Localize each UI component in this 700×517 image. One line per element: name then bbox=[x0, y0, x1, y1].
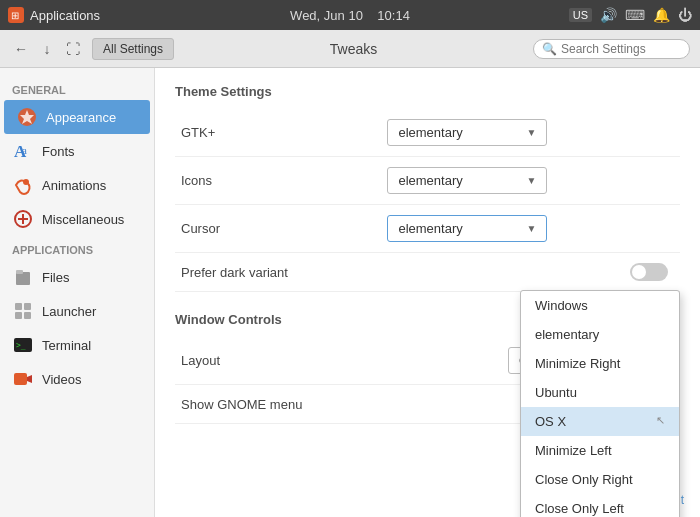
theme-settings-title: Theme Settings bbox=[175, 84, 680, 99]
table-row: Icons elementary ▼ bbox=[175, 157, 680, 205]
gtk-value: elementary bbox=[398, 125, 462, 140]
search-icon: 🔍 bbox=[542, 42, 557, 56]
launcher-icon bbox=[12, 300, 34, 322]
icons-label: Icons bbox=[175, 157, 381, 205]
toolbar-title: Tweaks bbox=[182, 41, 525, 57]
animations-label: Animations bbox=[42, 178, 106, 193]
dropdown-option-minimize-left[interactable]: Minimize Left bbox=[521, 436, 679, 465]
power-icon[interactable]: ⏻ bbox=[678, 7, 692, 23]
cursor-pointer-icon: ↖ bbox=[656, 414, 665, 427]
applications-section-label: Applications bbox=[0, 236, 154, 260]
misc-label: Miscellaneous bbox=[42, 212, 124, 227]
svg-text:>_: >_ bbox=[16, 341, 26, 350]
svg-text:a: a bbox=[22, 144, 27, 156]
terminal-icon: >_ bbox=[12, 334, 34, 356]
topbar-time: 10:14 bbox=[377, 8, 410, 23]
sidebar-item-files[interactable]: Files bbox=[0, 260, 154, 294]
main-layout: General Appearance A a Fonts bbox=[0, 68, 700, 517]
fonts-icon: A a bbox=[12, 140, 34, 162]
toolbar: ← ↓ ⛶ All Settings Tweaks 🔍 bbox=[0, 30, 700, 68]
dropdown-option-elementary[interactable]: elementary bbox=[521, 320, 679, 349]
svg-rect-13 bbox=[24, 303, 31, 310]
svg-rect-12 bbox=[15, 303, 22, 310]
gtk-dropdown[interactable]: elementary ▼ bbox=[387, 119, 547, 146]
dropdown-option-close-only-right[interactable]: Close Only Right bbox=[521, 465, 679, 494]
table-row: GTK+ elementary ▼ bbox=[175, 109, 680, 157]
sidebar-item-launcher[interactable]: Launcher bbox=[0, 294, 154, 328]
animations-icon bbox=[12, 174, 34, 196]
videos-icon bbox=[12, 368, 34, 390]
dropdown-option-minimize-right[interactable]: Minimize Right bbox=[521, 349, 679, 378]
table-row: Cursor elementary ▼ bbox=[175, 205, 680, 253]
prefer-dark-toggle-cell bbox=[381, 253, 680, 292]
search-bar: 🔍 bbox=[533, 39, 690, 59]
svg-rect-14 bbox=[15, 312, 22, 319]
chevron-down-icon: ▼ bbox=[527, 223, 537, 234]
cursor-label: Cursor bbox=[175, 205, 381, 253]
prefer-dark-toggle[interactable] bbox=[630, 263, 668, 281]
dropdown-option-close-only-left[interactable]: Close Only Left bbox=[521, 494, 679, 517]
terminal-label: Terminal bbox=[42, 338, 91, 353]
prefer-dark-label: Prefer dark variant bbox=[175, 253, 381, 292]
appearance-icon bbox=[16, 106, 38, 128]
svg-rect-11 bbox=[16, 270, 23, 274]
keyboard-icon[interactable]: ⌨ bbox=[625, 7, 645, 23]
icons-dropdown[interactable]: elementary ▼ bbox=[387, 167, 547, 194]
sidebar-item-appearance[interactable]: Appearance bbox=[4, 100, 150, 134]
content-area: Theme Settings GTK+ elementary ▼ Icons e… bbox=[155, 68, 700, 517]
sidebar-item-miscellaneous[interactable]: Miscellaneous bbox=[0, 202, 154, 236]
bell-icon[interactable]: 🔔 bbox=[653, 7, 670, 23]
fonts-label: Fonts bbox=[42, 144, 75, 159]
gtk-dropdown-cell: elementary ▼ bbox=[381, 109, 680, 157]
all-settings-button[interactable]: All Settings bbox=[92, 38, 174, 60]
svg-marker-19 bbox=[27, 375, 32, 383]
nav-icons: ← ↓ ⛶ bbox=[10, 38, 84, 60]
svg-rect-18 bbox=[14, 373, 27, 385]
layout-label: Layout bbox=[175, 337, 391, 385]
theme-settings-table: GTK+ elementary ▼ Icons elementary ▼ bbox=[175, 109, 680, 292]
launcher-label: Launcher bbox=[42, 304, 96, 319]
sidebar-item-animations[interactable]: Animations bbox=[0, 168, 154, 202]
appearance-label: Appearance bbox=[46, 110, 116, 125]
cursor-value: elementary bbox=[398, 221, 462, 236]
sidebar-item-videos[interactable]: Videos bbox=[0, 362, 154, 396]
topbar: ⊞ Applications Wed, Jun 10 10:14 US 🔊 ⌨ … bbox=[0, 0, 700, 30]
sidebar-item-fonts[interactable]: A a Fonts bbox=[0, 134, 154, 168]
topbar-left: ⊞ Applications bbox=[8, 7, 236, 23]
svg-rect-15 bbox=[24, 312, 31, 319]
sidebar: General Appearance A a Fonts bbox=[0, 68, 155, 517]
gnome-menu-label: Show GNOME menu bbox=[175, 385, 391, 424]
misc-icon bbox=[12, 208, 34, 230]
cursor-dropdown-menu: Windows elementary Minimize Right Ubuntu… bbox=[520, 290, 680, 517]
chevron-down-icon: ▼ bbox=[527, 127, 537, 138]
dropdown-option-osx[interactable]: OS X ↖ bbox=[521, 407, 679, 436]
table-row: Prefer dark variant bbox=[175, 253, 680, 292]
svg-point-6 bbox=[23, 179, 29, 185]
general-section-label: General bbox=[0, 76, 154, 100]
dropdown-option-windows[interactable]: Windows bbox=[521, 291, 679, 320]
videos-label: Videos bbox=[42, 372, 82, 387]
svg-text:⊞: ⊞ bbox=[11, 10, 19, 21]
gtk-label: GTK+ bbox=[175, 109, 381, 157]
sidebar-item-terminal[interactable]: >_ Terminal bbox=[0, 328, 154, 362]
topbar-datetime: Wed, Jun 10 10:14 bbox=[236, 8, 464, 23]
dropdown-option-ubuntu[interactable]: Ubuntu bbox=[521, 378, 679, 407]
chevron-down-icon: ▼ bbox=[527, 175, 537, 186]
volume-icon[interactable]: 🔊 bbox=[600, 7, 617, 23]
files-icon bbox=[12, 266, 34, 288]
topbar-date: Wed, Jun 10 bbox=[290, 8, 363, 23]
search-input[interactable] bbox=[561, 42, 681, 56]
app-icon: ⊞ bbox=[8, 7, 24, 23]
download-icon[interactable]: ↓ bbox=[36, 38, 58, 60]
cursor-dropdown-cell: elementary ▼ bbox=[381, 205, 680, 253]
topbar-right: US 🔊 ⌨ 🔔 ⏻ bbox=[464, 7, 692, 23]
files-label: Files bbox=[42, 270, 69, 285]
toggle-knob bbox=[632, 265, 646, 279]
topbar-app-title: Applications bbox=[30, 8, 100, 23]
expand-icon[interactable]: ⛶ bbox=[62, 38, 84, 60]
icons-value: elementary bbox=[398, 173, 462, 188]
topbar-lang[interactable]: US bbox=[569, 8, 592, 22]
back-icon[interactable]: ← bbox=[10, 38, 32, 60]
cursor-dropdown[interactable]: elementary ▼ bbox=[387, 215, 547, 242]
icons-dropdown-cell: elementary ▼ bbox=[381, 157, 680, 205]
